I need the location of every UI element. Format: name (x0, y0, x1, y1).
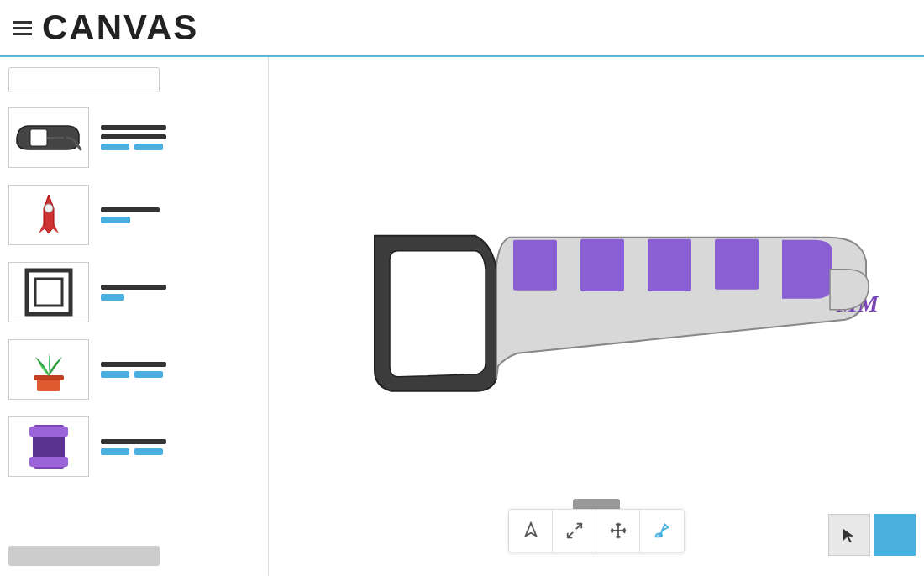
bar (101, 448, 129, 455)
header: CANVAS (0, 0, 924, 57)
bottom-toolbar (508, 509, 685, 552)
item-thumbnail-frame (8, 262, 89, 322)
expand-button[interactable] (553, 510, 596, 552)
svg-rect-3 (35, 279, 62, 306)
navigate-button[interactable] (509, 510, 553, 552)
bottom-right-tools (828, 514, 916, 556)
sidebar-footer (8, 546, 160, 566)
search-input[interactable] (8, 67, 160, 92)
bar (101, 285, 166, 290)
bar (101, 371, 129, 378)
item-bars-spool (101, 439, 166, 455)
svg-rect-12 (648, 239, 691, 291)
canvas-content: MM (269, 57, 924, 576)
list-item[interactable] (8, 257, 260, 327)
move-button[interactable] (596, 510, 640, 552)
bar (101, 144, 129, 150)
bar (134, 448, 163, 455)
list-item[interactable] (8, 334, 260, 405)
svg-point-15 (659, 534, 662, 537)
main-layout: MM (0, 57, 924, 576)
item-thumbnail-rocket (8, 185, 89, 245)
bar (101, 439, 166, 444)
bar (101, 207, 160, 212)
glasses-illustration: MM (341, 186, 879, 424)
sidebar (0, 57, 269, 576)
list-item[interactable] (8, 411, 260, 482)
item-bars-frame (101, 285, 166, 301)
svg-rect-10 (513, 240, 557, 291)
item-thumbnail-glasses (8, 107, 89, 168)
bar (101, 362, 166, 367)
svg-point-1 (45, 204, 53, 212)
canvas-area: MM (269, 57, 924, 576)
svg-rect-11 (580, 239, 624, 291)
cursor-button[interactable] (828, 514, 870, 556)
app-title: CANVAS (42, 8, 198, 48)
color-swatch-button[interactable] (874, 514, 916, 556)
svg-rect-8 (29, 457, 68, 467)
svg-rect-9 (33, 437, 65, 457)
svg-rect-7 (29, 427, 68, 437)
bar (134, 144, 163, 150)
bar (101, 217, 130, 223)
bar (134, 371, 163, 378)
hamburger-menu-icon[interactable] (13, 21, 32, 35)
bar (101, 294, 124, 301)
item-thumbnail-spool (8, 416, 89, 477)
svg-rect-0 (30, 129, 47, 146)
item-bars-rocket (101, 207, 160, 223)
item-bars-glasses (101, 125, 166, 150)
item-thumbnail-plant (8, 339, 89, 400)
paint-button[interactable] (640, 510, 684, 552)
item-bars-plant (101, 362, 166, 378)
bar (101, 125, 166, 130)
bar (101, 134, 166, 139)
list-item[interactable] (8, 180, 260, 250)
list-item[interactable] (8, 102, 260, 173)
svg-rect-13 (715, 239, 759, 290)
